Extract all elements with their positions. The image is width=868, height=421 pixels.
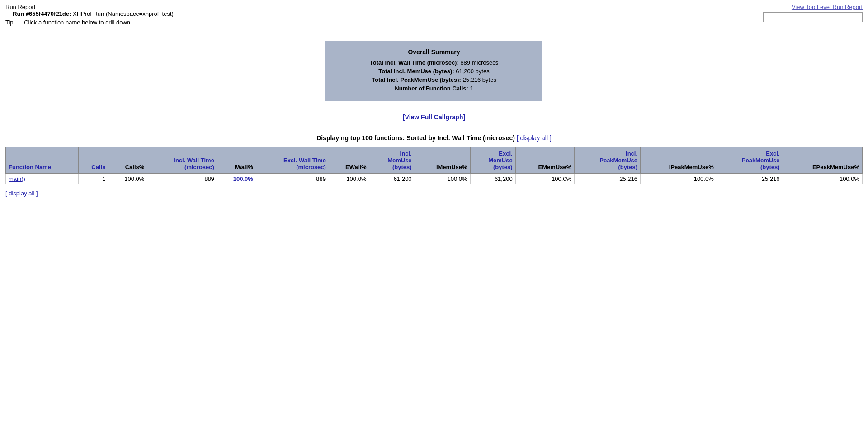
table-cell: 100.0%	[415, 174, 470, 184]
col-incl-memuse-link[interactable]: Incl.MemUse(bytes)	[387, 150, 411, 170]
summary-row-peakmem: Total Incl. PeakMemUse (bytes): 25,216 b…	[344, 76, 524, 83]
table-cell: 100.0%	[329, 174, 369, 184]
col-ewall-pct: EWall%	[329, 147, 369, 174]
table-cell: 100.0%	[515, 174, 575, 184]
table-cell[interactable]: main()	[6, 174, 79, 184]
col-incl-peakmemuse-link[interactable]: Incl.PeakMemUse(bytes)	[599, 150, 637, 170]
col-iwall-pct: IWall%	[217, 147, 256, 174]
run-info: Run #655f4470f21de: XHProf Run (Namespac…	[13, 10, 863, 17]
col-excl-peakmemuse: Excl.PeakMemUse(bytes)	[717, 147, 783, 174]
table-cell: 1	[79, 174, 108, 184]
display-all-top-link[interactable]: [ display all ]	[517, 134, 552, 142]
bottom-display-all: [ display all ]	[0, 190, 868, 197]
summary-row-calls: Number of Function Calls: 1	[344, 85, 524, 92]
display-info: Displaying top 100 functions: Sorted by …	[0, 134, 868, 142]
summary-memuse-value: 61,200 bytes	[456, 68, 489, 75]
view-callgraph-link[interactable]: [View Full Callgraph]	[403, 114, 465, 121]
summary-peakmem-value: 25,216 bytes	[462, 76, 496, 83]
table-cell: 61,200	[470, 174, 515, 184]
col-incl-wall-time: Incl. Wall Time(microsec)	[147, 147, 217, 174]
summary-memuse-label: Total Incl. MemUse (bytes):	[378, 68, 454, 75]
tip-section: Tip Click a function name below to drill…	[5, 19, 863, 26]
col-ipeakmemuse-pct: IPeakMemUse%	[641, 147, 717, 174]
col-excl-memuse: Excl.MemUse(bytes)	[470, 147, 515, 174]
summary-walltime-value: 889 microsecs	[460, 59, 498, 66]
col-calls: Calls	[79, 147, 108, 174]
table-cell: 889	[256, 174, 329, 184]
callgraph-link-container: [View Full Callgraph]	[0, 114, 868, 121]
summary-container: Overall Summary Total Incl. Wall Time (m…	[0, 41, 868, 101]
col-calls-pct: Calls%	[108, 147, 147, 174]
table-cell: 100.0%	[641, 174, 717, 184]
col-excl-wall-time-link[interactable]: Excl. Wall Time(microsec)	[283, 157, 326, 170]
table-row: main()1100.0%889100.0%889100.0%61,200100…	[6, 174, 863, 184]
col-calls-link[interactable]: Calls	[91, 164, 105, 170]
summary-calls-value: 1	[470, 85, 473, 92]
table-cell: 100.0%	[217, 174, 256, 184]
table-cell: 889	[147, 174, 217, 184]
col-excl-wall-time: Excl. Wall Time(microsec)	[256, 147, 329, 174]
summary-walltime-label: Total Incl. Wall Time (microsec):	[370, 59, 459, 66]
view-top-level-report-link[interactable]: View Top Level Run Report	[792, 4, 863, 10]
tip-text: Click a function name below to drill dow…	[24, 19, 132, 26]
summary-box: Overall Summary Total Incl. Wall Time (m…	[326, 41, 542, 101]
summary-title: Overall Summary	[344, 48, 524, 56]
table-cell: 100.0%	[783, 174, 862, 184]
function-name-link[interactable]: main()	[9, 175, 25, 182]
col-excl-memuse-link[interactable]: Excl.MemUse(bytes)	[488, 150, 512, 170]
display-info-text: Displaying top 100 functions: Sorted by …	[316, 134, 515, 142]
search-input[interactable]	[763, 12, 863, 22]
run-description: XHProf Run (Namespace=xhprof_test)	[73, 10, 174, 17]
summary-calls-label: Number of Function Calls:	[395, 85, 468, 92]
table-cell: 61,200	[369, 174, 415, 184]
col-function-name: Function Name	[6, 147, 79, 174]
col-excl-peakmemuse-link[interactable]: Excl.PeakMemUse(bytes)	[742, 150, 780, 170]
functions-table: Function Name Calls Calls% Incl. Wall Ti…	[5, 147, 863, 184]
col-epeakmemuse-pct: EPeakMemUse%	[783, 147, 862, 174]
tip-label: Tip	[5, 19, 14, 26]
col-ememuse-pct: EMemUse%	[515, 147, 575, 174]
col-incl-memuse: Incl.MemUse(bytes)	[369, 147, 415, 174]
col-imemuse-pct: IMemUse%	[415, 147, 470, 174]
table-cell: 100.0%	[108, 174, 147, 184]
summary-row-memuse: Total Incl. MemUse (bytes): 61,200 bytes	[344, 68, 524, 75]
table-cell: 25,216	[575, 174, 641, 184]
summary-peakmem-label: Total Incl. PeakMemUse (bytes):	[372, 76, 461, 83]
run-id: Run #655f4470f21de:	[13, 10, 71, 17]
col-function-name-link[interactable]: Function Name	[9, 164, 51, 170]
col-incl-wall-time-link[interactable]: Incl. Wall Time(microsec)	[174, 157, 214, 170]
table-header-row: Function Name Calls Calls% Incl. Wall Ti…	[6, 147, 863, 174]
table-cell: 25,216	[717, 174, 783, 184]
col-incl-peakmemuse: Incl.PeakMemUse(bytes)	[575, 147, 641, 174]
top-bar: Run Report Run #655f4470f21de: XHProf Ru…	[0, 0, 868, 28]
table-container: Function Name Calls Calls% Incl. Wall Ti…	[0, 147, 868, 184]
top-right-controls: View Top Level Run Report	[763, 4, 863, 22]
summary-row-walltime: Total Incl. Wall Time (microsec): 889 mi…	[344, 59, 524, 66]
run-report-label: Run Report	[5, 4, 863, 10]
display-all-bottom-link[interactable]: [ display all ]	[5, 190, 38, 197]
